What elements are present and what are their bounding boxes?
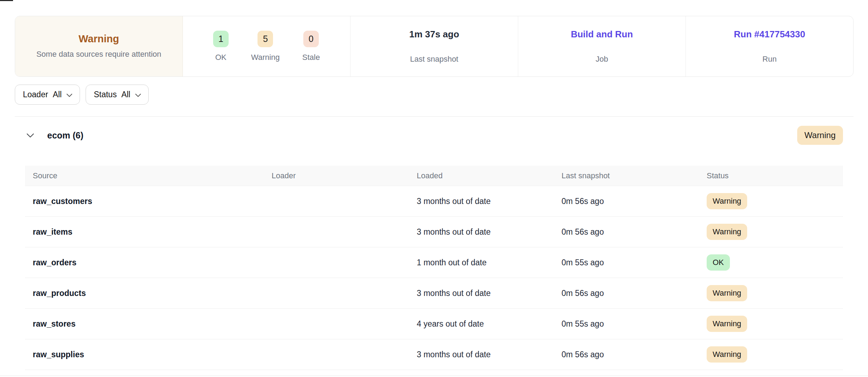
column-header-status: Status bbox=[707, 171, 843, 180]
run-label: Run bbox=[762, 55, 776, 64]
table-row[interactable]: raw_products3 months out of date0m 56s a… bbox=[25, 278, 843, 309]
status-filter-value: All bbox=[121, 90, 130, 99]
status-badge: Warning bbox=[707, 285, 747, 301]
loader-filter-dropdown[interactable]: Loader All bbox=[15, 85, 80, 105]
job-section: Build and Run Job bbox=[518, 16, 686, 76]
chevron-down-icon bbox=[135, 90, 141, 99]
warning-count-label: Warning bbox=[251, 53, 280, 62]
column-header-source: Source bbox=[25, 171, 272, 180]
status-badge: Warning bbox=[707, 224, 747, 240]
status-badge: Warning bbox=[707, 316, 747, 332]
last-snapshot-value: 1m 37s ago bbox=[409, 29, 459, 40]
ok-count-label: OK bbox=[215, 53, 227, 62]
stat-ok: 1 OK bbox=[213, 31, 229, 62]
cell-last-snapshot: 0m 56s ago bbox=[562, 197, 707, 206]
overall-status-subtitle: Some data sources require attention bbox=[36, 49, 161, 60]
data-sources-table: Source Loader Loaded Last snapshot Statu… bbox=[25, 166, 843, 370]
cell-last-snapshot: 0m 55s ago bbox=[562, 258, 707, 267]
status-badge: OK bbox=[707, 254, 730, 271]
cell-loaded: 3 months out of date bbox=[417, 197, 562, 206]
stale-count-label: Stale bbox=[302, 53, 320, 62]
stat-stale: 0 Stale bbox=[302, 31, 320, 62]
cell-last-snapshot: 0m 56s ago bbox=[562, 350, 707, 359]
cell-loaded: 3 months out of date bbox=[417, 350, 562, 359]
last-snapshot-section: 1m 37s ago Last snapshot bbox=[351, 16, 518, 76]
cell-loaded: 3 months out of date bbox=[417, 289, 562, 298]
cell-source: raw_products bbox=[25, 289, 272, 298]
cell-source: raw_customers bbox=[25, 197, 272, 206]
cell-source: raw_supplies bbox=[25, 350, 272, 359]
data-sources-dashboard: Warning Some data sources require attent… bbox=[0, 0, 868, 377]
table-row[interactable]: raw_supplies3 months out of date0m 56s a… bbox=[25, 339, 843, 370]
table-body: raw_customers3 months out of date0m 56s … bbox=[25, 186, 843, 370]
cell-status: Warning bbox=[707, 224, 843, 240]
loader-filter-label: Loader bbox=[23, 90, 48, 99]
status-counts-section: 1 OK 5 Warning 0 Stale bbox=[183, 16, 351, 76]
top-edge-artifact bbox=[0, 0, 13, 1]
status-filter-label: Status bbox=[94, 90, 117, 99]
ok-count-badge: 1 bbox=[213, 31, 229, 47]
column-header-last-snapshot: Last snapshot bbox=[562, 171, 707, 180]
stat-warning: 5 Warning bbox=[251, 31, 280, 62]
job-link[interactable]: Build and Run bbox=[571, 29, 633, 40]
table-header: Source Loader Loaded Last snapshot Statu… bbox=[25, 166, 843, 186]
table-row[interactable]: raw_customers3 months out of date0m 56s … bbox=[25, 186, 843, 217]
cell-status: Warning bbox=[707, 193, 843, 209]
table-row[interactable]: raw_orders1 month out of date0m 55s agoO… bbox=[25, 247, 843, 278]
cell-loaded: 1 month out of date bbox=[417, 258, 562, 267]
cell-last-snapshot: 0m 55s ago bbox=[562, 319, 707, 329]
loader-filter-value: All bbox=[53, 90, 62, 99]
status-filter-dropdown[interactable]: Status All bbox=[86, 85, 149, 105]
column-header-loaded: Loaded bbox=[417, 171, 562, 180]
cell-status: OK bbox=[707, 254, 843, 271]
bottom-divider bbox=[0, 376, 868, 376]
group-name: ecom (6) bbox=[47, 130, 83, 141]
run-section: Run #417754330 Run bbox=[686, 16, 853, 76]
column-header-loader: Loader bbox=[272, 171, 417, 180]
filter-bar: Loader All Status All bbox=[15, 85, 149, 105]
run-link[interactable]: Run #417754330 bbox=[734, 29, 805, 40]
stale-count-badge: 0 bbox=[303, 31, 319, 47]
cell-status: Warning bbox=[707, 285, 843, 301]
cell-source: raw_stores bbox=[25, 319, 272, 329]
cell-status: Warning bbox=[707, 346, 843, 363]
overall-status-title: Warning bbox=[79, 33, 119, 45]
cell-last-snapshot: 0m 56s ago bbox=[562, 289, 707, 298]
warning-count-badge: 5 bbox=[258, 31, 273, 47]
overall-status-card: Warning Some data sources require attent… bbox=[15, 16, 183, 76]
status-badge: Warning bbox=[707, 193, 747, 209]
table-row[interactable]: raw_items3 months out of date0m 56s agoW… bbox=[25, 217, 843, 247]
status-badge: Warning bbox=[707, 346, 747, 363]
cell-last-snapshot: 0m 56s ago bbox=[562, 227, 707, 237]
chevron-down-icon bbox=[66, 90, 73, 99]
cell-source: raw_orders bbox=[25, 258, 272, 267]
job-label: Job bbox=[596, 55, 608, 64]
filters-divider bbox=[15, 116, 854, 117]
last-snapshot-label: Last snapshot bbox=[410, 55, 458, 64]
table-row[interactable]: raw_stores4 years out of date0m 55s agoW… bbox=[25, 309, 843, 339]
cell-loaded: 3 months out of date bbox=[417, 227, 562, 237]
group-status-badge: Warning bbox=[797, 126, 843, 145]
cell-loaded: 4 years out of date bbox=[417, 319, 562, 329]
chevron-down-icon[interactable] bbox=[26, 133, 34, 138]
cell-source: raw_items bbox=[25, 227, 272, 237]
cell-status: Warning bbox=[707, 316, 843, 332]
group-header-ecom[interactable]: ecom (6) Warning bbox=[15, 123, 854, 148]
summary-bar: Warning Some data sources require attent… bbox=[15, 16, 854, 77]
